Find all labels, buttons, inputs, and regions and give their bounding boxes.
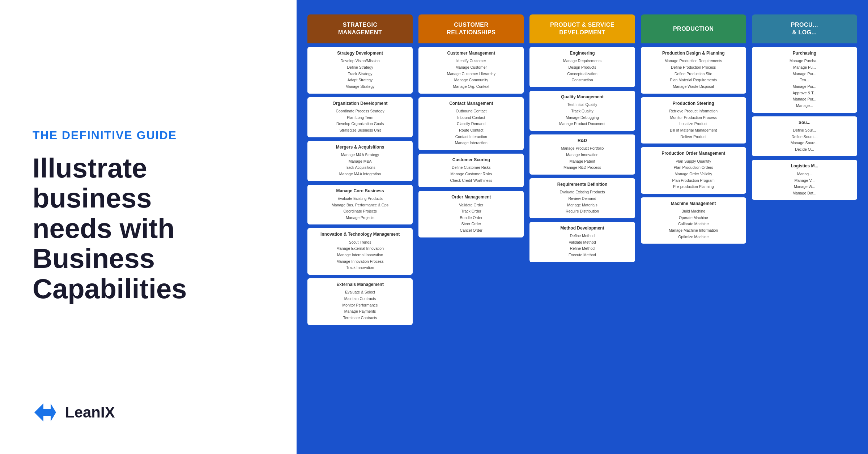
group-strategic-5: Externals ManagementEvaluate & SelectMai… (307, 278, 413, 325)
group-production-3: Machine ManagementBuild MachineOperate M… (641, 197, 746, 244)
group-strategic-0: Strategy DevelopmentDevelop Vision/Missi… (307, 47, 413, 94)
logo-area: LeanIX (33, 400, 115, 425)
cap-item-customer-3-3: Steer Order (421, 221, 521, 227)
cap-item-customer-2-0: Define Customer Risks (421, 164, 521, 171)
cap-item-production-0-2: Define Production Site (644, 71, 743, 77)
cap-item-production-3-4: Optimize Machine (644, 234, 743, 240)
cap-item-strategic-5-0: Evaluate & Select (310, 289, 410, 296)
group-title-customer-3: Order Management (421, 194, 521, 200)
cap-item-product-3-2: Manage Materials (532, 202, 632, 209)
group-title-strategic-4: Innovation & Technology Management (310, 232, 410, 237)
cap-item-customer-1-0: Outbound Contact (421, 108, 521, 115)
cap-item-procurement-0-3: Ten... (755, 77, 854, 83)
cap-item-product-3-0: Evaluate Existing Products (532, 189, 632, 196)
cap-item-customer-0-3: Manage Community (421, 77, 521, 83)
cap-item-procurement-2-1: Manage V... (755, 177, 854, 184)
cap-item-procurement-2-3: Manage Dat... (755, 190, 854, 197)
cap-item-procurement-2-2: Manage W... (755, 184, 854, 190)
cap-item-customer-0-2: Manage Customer Hierarchy (421, 71, 521, 77)
cap-item-production-1-4: Deliver Product (644, 134, 743, 140)
cap-item-product-1-3: Manage Product Document (532, 121, 632, 127)
group-product-2: R&DManage Product PortfolioManage Innova… (529, 134, 635, 175)
cap-item-product-0-3: Construction (532, 77, 632, 83)
group-title-strategic-2: Mergers & Acquisitions (310, 145, 410, 150)
col-header-procurement: PROCU... & LOG... (752, 14, 857, 43)
cap-item-strategic-2-2: Track Acquisitions (310, 164, 410, 171)
cap-item-strategic-3-0: Evaluate Existing Products (310, 196, 410, 202)
cap-item-production-0-3: Plan Material Requirements (644, 77, 743, 83)
cap-item-production-2-4: Pre-production Planning (644, 184, 743, 190)
group-customer-0: Customer ManagementIdentify CustomerMana… (418, 47, 524, 94)
cap-item-product-1-1: Track Quality (532, 108, 632, 115)
group-production-1: Production SteeringRetrieve Product Info… (641, 97, 746, 144)
cap-item-strategic-4-1: Manage External Innovation (310, 245, 410, 252)
cap-item-customer-1-4: Contact Interaction (421, 134, 521, 140)
cap-item-procurement-0-2: Manage Pur... (755, 71, 854, 77)
group-title-procurement-0: Purchasing (755, 51, 854, 56)
cap-item-strategic-5-3: Manage Payments (310, 308, 410, 315)
cap-item-production-2-3: Plan Production Program (644, 177, 743, 184)
cap-item-product-2-0: Manage Product Portfolio (532, 145, 632, 152)
cap-item-production-1-1: Monitor Production Process (644, 115, 743, 121)
cap-item-strategic-1-1: Plan Long Term (310, 115, 410, 121)
col-header-customer: CUSTOMER RELATIONSHIPS (418, 14, 524, 43)
group-title-product-2: R&D (532, 138, 632, 143)
group-production-2: Production Order ManagementPlan Supply Q… (641, 147, 746, 194)
group-customer-2: Customer ScoringDefine Customer RisksMan… (418, 154, 524, 187)
group-strategic-4: Innovation & Technology ManagementScout … (307, 228, 413, 275)
cap-item-product-0-2: Conceptualization (532, 71, 632, 77)
leanix-logo-icon (33, 400, 58, 425)
group-title-strategic-3: Manage Core Business (310, 188, 410, 193)
group-product-1: Quality ManagementTest Initial QualityTr… (529, 91, 635, 131)
cap-item-production-2-0: Plan Supply Quantity (644, 158, 743, 165)
cap-item-strategic-4-2: Manage Internal Innovation (310, 252, 410, 258)
cap-item-product-2-3: Manage R&D Process (532, 164, 632, 171)
group-title-production-2: Production Order Management (644, 151, 743, 156)
cap-item-procurement-2-0: Manag... (755, 171, 854, 177)
cap-item-strategic-5-4: Terminate Contracts (310, 315, 410, 321)
cap-item-strategic-0-3: Adapt Strategy (310, 77, 410, 83)
right-panel: STRATEGIC MANAGEMENTStrategy Development… (297, 0, 868, 454)
cap-item-product-3-3: Require Distribution (532, 208, 632, 215)
cap-item-product-4-3: Execute Method (532, 252, 632, 258)
group-title-customer-0: Customer Management (421, 51, 521, 56)
cap-item-production-2-1: Plan Production Orders (644, 164, 743, 171)
column-product: PRODUCT & SERVICE DEVELOPMENTEngineering… (529, 14, 635, 262)
cap-item-strategic-5-2: Monitor Performance (310, 302, 410, 309)
group-title-procurement-2: Logistics M... (755, 163, 854, 168)
column-production: PRODUCTIONProduction Design & PlanningMa… (641, 14, 746, 244)
cap-item-procurement-1-2: Manage Sourc... (755, 140, 854, 146)
cap-item-product-4-2: Refine Method (532, 245, 632, 252)
group-title-product-4: Method Development (532, 226, 632, 231)
group-procurement-0: PurchasingManage Purcha...Manage Pu...Ma… (752, 47, 857, 113)
col-header-strategic: STRATEGIC MANAGEMENT (307, 14, 413, 43)
group-title-strategic-1: Organization Development (310, 101, 410, 106)
logo-text: LeanIX (65, 404, 115, 421)
guide-label: THE DEFINITIVE GUIDE (33, 129, 264, 142)
cap-item-procurement-0-0: Manage Purcha... (755, 58, 854, 64)
group-strategic-1: Organization DevelopmentCoordinate Proce… (307, 97, 413, 137)
cap-item-product-4-0: Define Method (532, 233, 632, 239)
cap-item-production-0-0: Manage Production Requirements (644, 58, 743, 64)
cap-item-strategic-3-1: Manage Bus. Performance & Ops (310, 202, 410, 209)
cap-item-customer-0-1: Manage Customer (421, 64, 521, 71)
cap-item-procurement-0-5: Approve & T... (755, 90, 854, 97)
cap-item-strategic-2-3: Manage M&A Integration (310, 171, 410, 177)
cap-item-production-1-2: Localize Product (644, 121, 743, 127)
cap-item-customer-0-4: Manage Org. Context (421, 83, 521, 90)
group-title-product-0: Engineering (532, 51, 632, 56)
group-title-customer-2: Customer Scoring (421, 157, 521, 162)
cap-item-product-4-1: Validate Method (532, 239, 632, 246)
cap-item-strategic-3-2: Coordinate Projects (310, 208, 410, 215)
group-product-0: EngineeringManage RequirementsDesign Pro… (529, 47, 635, 87)
cap-item-customer-1-2: Classify Demand (421, 121, 521, 127)
cap-item-strategic-4-0: Scout Trends (310, 239, 410, 246)
group-strategic-2: Mergers & AcquisitionsManage M&A Strateg… (307, 141, 413, 181)
cap-item-procurement-1-0: Define Sour... (755, 127, 854, 134)
heading-line2: needs with Business (33, 213, 175, 274)
group-title-customer-1: Contact Management (421, 101, 521, 106)
group-title-production-0: Production Design & Planning (644, 51, 743, 56)
column-customer: CUSTOMER RELATIONSHIPSCustomer Managemen… (418, 14, 524, 237)
cap-item-product-3-1: Review Demand (532, 196, 632, 202)
cap-item-product-0-0: Manage Requirements (532, 58, 632, 64)
